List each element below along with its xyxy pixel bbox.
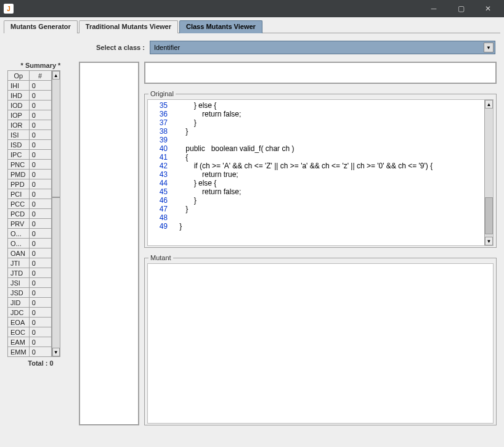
table-row[interactable]: PPD0 — [8, 179, 52, 189]
count-cell: 0 — [29, 258, 51, 268]
count-cell: 0 — [29, 81, 51, 91]
count-cell: 0 — [29, 91, 51, 100]
op-cell: JTD — [8, 268, 30, 278]
tab-bar: Mutants Generator Traditional Mutants Vi… — [4, 20, 500, 33]
op-cell: EOC — [8, 327, 30, 337]
op-cell: ISD — [8, 140, 30, 150]
table-row[interactable]: O...0 — [8, 239, 52, 248]
op-cell: IPC — [8, 150, 30, 160]
table-row[interactable]: ISI0 — [8, 130, 52, 140]
op-cell: O... — [8, 239, 30, 248]
table-row[interactable]: OAN0 — [8, 248, 52, 258]
op-cell: IOD — [8, 100, 30, 110]
table-row[interactable]: JSI0 — [8, 278, 52, 288]
mutant-code-text[interactable] — [148, 264, 493, 423]
class-selector-dropdown[interactable]: Identifier ▼ — [150, 41, 495, 54]
scroll-down-icon[interactable]: ▼ — [485, 237, 493, 245]
java-icon: J — [4, 4, 14, 14]
original-label: Original — [148, 90, 176, 97]
count-cell: 0 — [29, 239, 51, 248]
class-selector-row: Select a class : Identifier ▼ — [4, 41, 500, 54]
close-button[interactable]: ✕ — [474, 0, 502, 17]
op-cell: JTI — [8, 258, 30, 268]
count-cell: 0 — [29, 130, 51, 140]
op-cell: EMM — [8, 347, 30, 357]
mutant-list-panel[interactable] — [79, 62, 139, 425]
count-cell: 0 — [29, 298, 51, 308]
count-cell: 0 — [29, 337, 51, 347]
table-row[interactable]: JTD0 — [8, 268, 52, 278]
count-cell: 0 — [29, 248, 51, 258]
count-cell: 0 — [29, 278, 51, 288]
count-cell: 0 — [29, 268, 51, 278]
table-row[interactable]: IPC0 — [8, 150, 52, 160]
class-selector-label: Select a class : — [96, 44, 145, 51]
tab-traditional-mutants-viewer[interactable]: Traditional Mutants Viewer — [79, 20, 178, 33]
op-cell: PPD — [8, 179, 30, 189]
scroll-up-icon[interactable]: ▲ — [52, 71, 60, 80]
count-cell: 0 — [29, 150, 51, 160]
scroll-thumb[interactable] — [485, 197, 493, 234]
count-cell: 0 — [29, 318, 51, 327]
scroll-down-icon[interactable]: ▼ — [52, 348, 60, 356]
mutant-name-field[interactable] — [144, 62, 497, 84]
op-cell: ISI — [8, 130, 30, 140]
op-cell: PCD — [8, 209, 30, 219]
summary-total: Total : 0 — [7, 359, 74, 367]
count-cell: 0 — [29, 229, 51, 239]
original-code-text[interactable]: 35 } else {36 return false;37 }38 }3940 … — [148, 100, 484, 245]
table-row[interactable]: JID0 — [8, 298, 52, 308]
op-cell: JSI — [8, 278, 30, 288]
count-cell: 0 — [29, 308, 51, 318]
table-row[interactable]: EOA0 — [8, 318, 52, 327]
op-cell: JSD — [8, 288, 30, 298]
scroll-up-icon[interactable]: ▲ — [485, 100, 493, 109]
table-row[interactable]: ISD0 — [8, 140, 52, 150]
op-cell: IOP — [8, 110, 30, 120]
op-cell: IHI — [8, 81, 30, 91]
op-cell: PRV — [8, 219, 30, 229]
table-row[interactable]: PCD0 — [8, 209, 52, 219]
table-row[interactable]: PCC0 — [8, 199, 52, 209]
original-scrollbar[interactable]: ▲ ▼ — [484, 100, 493, 245]
count-cell: 0 — [29, 120, 51, 130]
table-row[interactable]: EMM0 — [8, 347, 52, 357]
summary-title: * Summary * — [7, 62, 74, 69]
op-cell: EOA — [8, 318, 30, 327]
table-row[interactable]: IOR0 — [8, 120, 52, 130]
mutant-label: Mutant — [148, 254, 173, 261]
summary-scrollbar[interactable]: ▲ ▼ — [52, 70, 60, 357]
table-row[interactable]: JSD0 — [8, 288, 52, 298]
table-row[interactable]: EOC0 — [8, 327, 52, 337]
op-cell: OAN — [8, 248, 30, 258]
table-row[interactable]: PCI0 — [8, 189, 52, 199]
count-cell: 0 — [29, 100, 51, 110]
op-cell: EAM — [8, 337, 30, 347]
table-row[interactable]: JTI0 — [8, 258, 52, 268]
count-cell: 0 — [29, 170, 51, 179]
class-selector-value: Identifier — [154, 44, 180, 51]
tab-mutants-generator[interactable]: Mutants Generator — [4, 20, 78, 33]
minimize-button[interactable]: ─ — [420, 0, 447, 17]
count-cell: 0 — [29, 347, 51, 357]
op-cell: PCC — [8, 199, 30, 209]
table-row[interactable]: IOP0 — [8, 110, 52, 120]
scroll-thumb[interactable] — [52, 197, 60, 198]
table-row[interactable]: IOD0 — [8, 100, 52, 110]
table-row[interactable]: PNC0 — [8, 160, 52, 170]
table-row[interactable]: O...0 — [8, 229, 52, 239]
chevron-down-icon: ▼ — [484, 43, 494, 52]
tab-class-mutants-viewer[interactable]: Class Mutants Viewer — [179, 20, 262, 33]
table-row[interactable]: PRV0 — [8, 219, 52, 229]
op-cell: JID — [8, 298, 30, 308]
maximize-button[interactable]: ▢ — [447, 0, 474, 17]
table-row[interactable]: IHI0 — [8, 81, 52, 91]
table-row[interactable]: JDC0 — [8, 308, 52, 318]
table-row[interactable]: PMD0 — [8, 170, 52, 179]
original-code-box: Original 35 } else {36 return false;37 }… — [144, 94, 497, 248]
count-cell: 0 — [29, 110, 51, 120]
table-row[interactable]: IHD0 — [8, 91, 52, 100]
op-cell: O... — [8, 229, 30, 239]
summary-header-op: Op — [8, 71, 30, 81]
table-row[interactable]: EAM0 — [8, 337, 52, 347]
